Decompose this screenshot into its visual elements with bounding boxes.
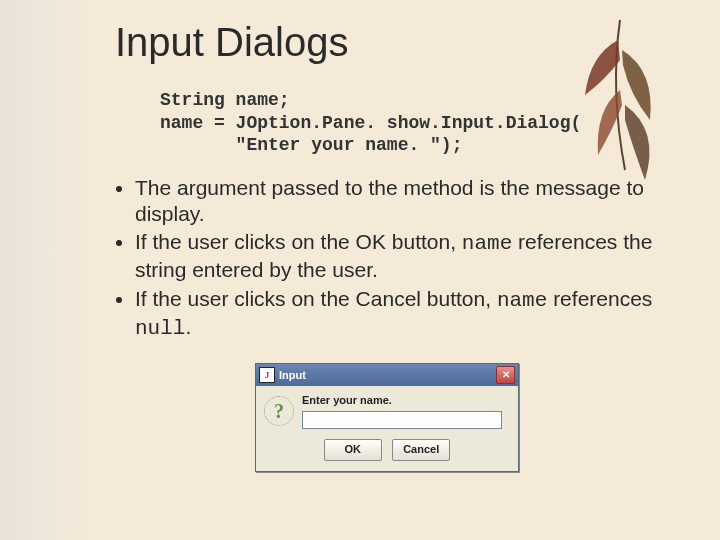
name-input[interactable] (302, 411, 502, 429)
code-block: String name; name = JOption.Pane. show.I… (160, 89, 675, 157)
cancel-button[interactable]: Cancel (392, 439, 450, 461)
bullet-1: The argument passed to the method is the… (135, 175, 675, 228)
dialog-title-text: Input (279, 369, 496, 381)
code-line-2: name = JOption.Pane. show.Input.Dialog( (160, 113, 581, 133)
bullet-list: The argument passed to the method is the… (115, 175, 675, 343)
close-icon[interactable]: ✕ (496, 366, 515, 384)
input-dialog: J Input ✕ ? Enter your name. OK Cancel (255, 363, 519, 472)
code-line-3: "Enter your name. "); (160, 135, 462, 155)
code-line-1: String name; (160, 90, 290, 110)
left-gradient-strip (0, 0, 90, 540)
question-icon: ? (264, 396, 294, 426)
ok-button[interactable]: OK (324, 439, 382, 461)
bullet-2: If the user clicks on the OK button, nam… (135, 229, 675, 284)
dialog-message: Enter your name. (302, 394, 510, 406)
dialog-titlebar: J Input ✕ (256, 364, 518, 386)
slide-title: Input Dialogs (115, 20, 675, 65)
dialog-button-row: OK Cancel (256, 433, 518, 471)
bullet-3: If the user clicks on the Cancel button,… (135, 286, 675, 343)
java-icon: J (259, 367, 275, 383)
